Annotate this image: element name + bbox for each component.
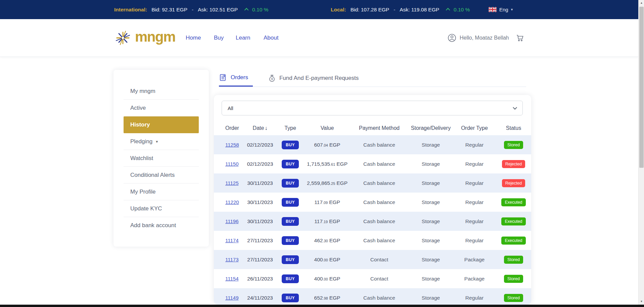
status-badge: Stored xyxy=(504,256,523,264)
col-header-date[interactable]: Date↓ xyxy=(244,125,276,131)
language-selector[interactable]: Eng ▾ xyxy=(489,0,513,19)
sidebar-item-add-bank-account[interactable]: Add bank account xyxy=(124,217,199,234)
uk-flag-icon xyxy=(489,7,497,12)
sidebar-item-my-mngm[interactable]: My mngm xyxy=(124,83,199,100)
value-main: 400 xyxy=(314,276,323,282)
order-date: 30/11/2023 xyxy=(244,180,276,186)
account-menu[interactable]: Hello, Moataz Bellah xyxy=(448,19,509,57)
payment-method: Cash balance xyxy=(350,238,409,244)
order-type: Regular xyxy=(453,180,496,186)
language-label: Eng xyxy=(499,7,508,12)
sidebar-item-pledging[interactable]: Pledging▾ xyxy=(124,133,199,150)
scrollbar-thumb[interactable] xyxy=(639,7,644,168)
order-id-link[interactable]: 11125 xyxy=(225,180,239,186)
tab-fund-epayment[interactable]: $ Fund And E-payment Requests xyxy=(268,71,363,87)
order-type: Regular xyxy=(453,218,496,224)
nav-about[interactable]: About xyxy=(264,19,278,57)
account-sidebar: My mngm Active History Pledging▾ Watchli… xyxy=(113,70,209,247)
tab-orders[interactable]: Orders xyxy=(219,71,253,87)
svg-text:$: $ xyxy=(271,77,273,81)
nav-learn[interactable]: Learn xyxy=(236,19,250,57)
value-main: 117 xyxy=(314,199,323,205)
payment-method: Cash balance xyxy=(350,218,409,224)
order-value: 117.19EGP xyxy=(305,218,350,224)
payment-method: Contact xyxy=(350,257,409,263)
order-id-link[interactable]: 11150 xyxy=(225,161,239,167)
value-dec: .00 xyxy=(323,277,328,281)
sidebar-item-conditional-alerts[interactable]: Conditional Alerts xyxy=(124,167,199,184)
logo-text: mngm xyxy=(135,30,175,46)
local-price-ticker: Local: Bid: 107.28 EGP - Ask: 119.08 EGP… xyxy=(331,0,470,19)
mngm-logo[interactable]: mngm xyxy=(113,19,175,57)
payment-method: Cash balance xyxy=(350,180,409,186)
chevron-down-icon: ▾ xyxy=(156,139,158,144)
status-badge: Stored xyxy=(504,275,523,283)
order-id-link[interactable]: 11258 xyxy=(225,142,239,148)
nav-home[interactable]: Home xyxy=(186,19,201,57)
value-currency: EGP xyxy=(336,180,348,186)
status-badge: Rejected xyxy=(502,160,525,168)
site-header: mngm Home Buy Learn About Hello, Moataz … xyxy=(0,19,638,57)
cart-button[interactable] xyxy=(516,19,524,57)
order-id-link[interactable]: 11196 xyxy=(225,218,239,224)
col-header-order: Order xyxy=(214,125,244,131)
chevron-down-icon: ▾ xyxy=(511,7,513,12)
col-header-value: Value xyxy=(305,125,350,131)
buy-badge: BUY xyxy=(282,198,299,207)
sidebar-item-watchlist[interactable]: Watchlist xyxy=(124,150,199,167)
value-main: 652 xyxy=(314,295,323,301)
sidebar-item-label: Pledging xyxy=(130,138,152,145)
table-row: 11174 27/11/2023 BUY 462.30EGP Cash bala… xyxy=(214,231,531,250)
sidebar-item-label: Watchlist xyxy=(130,155,153,162)
local-label: Local: xyxy=(331,7,346,13)
local-bid: Bid: 107.28 EGP xyxy=(351,7,389,13)
separator: - xyxy=(394,7,395,13)
payment-method: Cash balance xyxy=(350,199,409,205)
order-date: 26/11/2023 xyxy=(244,276,276,282)
sidebar-item-label: Active xyxy=(130,105,146,111)
order-id-link[interactable]: 11154 xyxy=(225,276,239,282)
international-label: International: xyxy=(114,7,147,13)
order-id-link[interactable]: 11174 xyxy=(225,238,239,243)
status-filter-select[interactable]: All xyxy=(222,101,523,115)
cart-icon xyxy=(516,34,524,42)
tab-label: Fund And E-payment Requests xyxy=(279,75,359,82)
sidebar-item-history[interactable]: History xyxy=(124,116,199,133)
table-row: 11154 26/11/2023 BUY 400.00EGP Contact S… xyxy=(214,269,531,288)
order-date: 24/11/2023 xyxy=(244,295,276,301)
scroll-up-arrow[interactable]: ▲ xyxy=(639,1,644,4)
storage-delivery: Storage xyxy=(409,161,453,167)
storage-delivery: Storage xyxy=(409,180,453,186)
col-header-type: Type xyxy=(276,125,305,131)
scroll-down-arrow[interactable]: ▼ xyxy=(639,300,644,303)
order-id-link[interactable]: 11220 xyxy=(225,199,239,205)
international-bid: Bid: 92.31 EGP xyxy=(151,7,187,13)
sidebar-item-update-kyc[interactable]: Update KYC xyxy=(124,200,199,217)
sidebar-item-active[interactable]: Active xyxy=(124,100,199,116)
col-header-order-type: Order Type xyxy=(453,125,496,131)
storage-delivery: Storage xyxy=(409,142,453,148)
value-main: 462 xyxy=(314,238,323,243)
order-date: 30/11/2023 xyxy=(244,199,276,205)
value-dec: .04 xyxy=(323,143,328,147)
orders-table-card: All Order Date↓ Type Value Payment Metho… xyxy=(214,95,531,305)
sidebar-item-label: Add bank account xyxy=(130,222,176,229)
buy-badge: BUY xyxy=(282,294,299,302)
buy-badge: BUY xyxy=(282,255,299,264)
value-main: 1,715,535 xyxy=(307,161,330,167)
international-price-ticker: International: Bid: 92.31 EGP - Ask: 102… xyxy=(114,0,268,19)
order-id-link[interactable]: 11149 xyxy=(225,295,239,301)
order-type: Regular xyxy=(453,161,496,167)
value-main: 400 xyxy=(314,257,323,262)
bottom-edge-strip xyxy=(0,305,644,307)
sidebar-item-my-profile[interactable]: My Profile xyxy=(124,184,199,200)
buy-badge: BUY xyxy=(282,236,299,245)
status-badge: Executed xyxy=(501,198,525,206)
nav-buy[interactable]: Buy xyxy=(214,19,224,57)
local-ask: Ask: 119.08 EGP xyxy=(400,7,439,13)
vertical-scrollbar[interactable]: ▲ ▼ xyxy=(638,0,644,307)
order-id-link[interactable]: 11173 xyxy=(225,257,239,262)
order-date: 02/12/2023 xyxy=(244,142,276,148)
order-type: Package xyxy=(453,276,496,282)
user-greeting: Hello, Moataz Bellah xyxy=(460,35,509,41)
